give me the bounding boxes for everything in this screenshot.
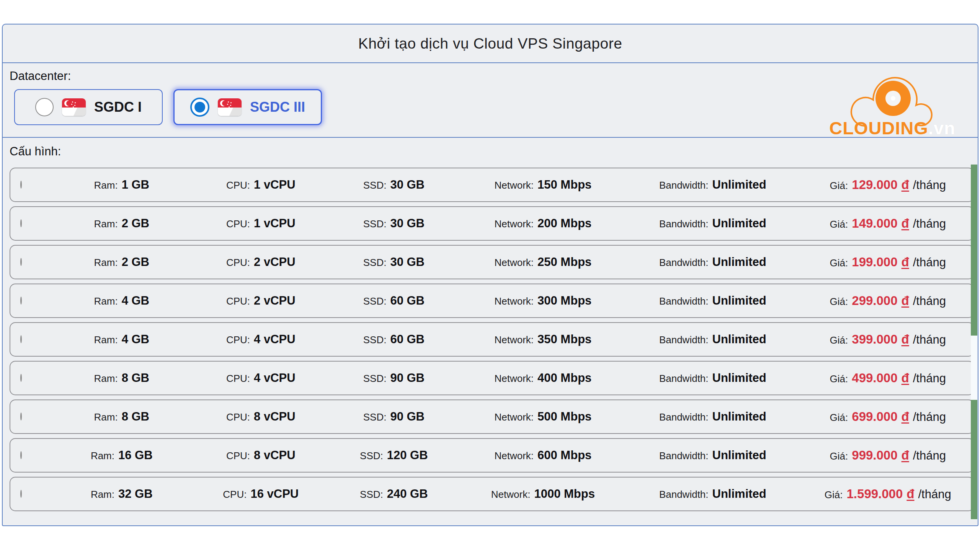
plan-ssd: SSD:60 GB — [325, 333, 463, 346]
plan-cpu: CPU:1 vCPU — [197, 217, 325, 230]
plan-network: Network:1000 Mbps — [463, 487, 623, 501]
radio-unselected-icon[interactable] — [20, 181, 22, 189]
plan-ssd: SSD:30 GB — [325, 178, 463, 192]
plan-price: Giá: 1.599.000 đ /tháng — [802, 487, 973, 501]
radio-unselected-icon[interactable] — [20, 374, 22, 382]
plan-cpu: CPU:4 vCPU — [197, 371, 325, 385]
plan-ram: Ram:1 GB — [47, 178, 197, 192]
plan-radio-cell — [10, 491, 47, 497]
plan-price: Giá: 149.000 đ /tháng — [802, 216, 973, 231]
datacenter-option-sgdc1[interactable]: SGDC I — [14, 89, 163, 125]
plan-bandwidth: Bandwidth:Unlimited — [623, 371, 802, 385]
plan-row[interactable]: Ram:1 GB CPU:1 vCPU SSD:30 GB Network:15… — [10, 168, 974, 202]
radio-unselected-icon[interactable] — [20, 219, 22, 227]
plan-radio-cell — [10, 413, 47, 420]
datacenter-option-label: SGDC III — [250, 99, 305, 115]
plan-cpu: CPU:8 vCPU — [197, 448, 325, 462]
plan-ssd: SSD:90 GB — [325, 371, 463, 385]
plan-row[interactable]: Ram:16 GB CPU:8 vCPU SSD:120 GB Network:… — [10, 438, 974, 473]
plan-bandwidth: Bandwidth:Unlimited — [623, 448, 802, 462]
plan-radio-cell — [10, 375, 47, 381]
dong-currency-symbol: đ — [902, 216, 909, 231]
plan-price: Giá: 699.000 đ /tháng — [802, 409, 973, 424]
plan-row[interactable]: Ram:8 GB CPU:8 vCPU SSD:90 GB Network:50… — [10, 399, 974, 434]
datacenter-option-sgdc3[interactable]: SGDC III — [173, 89, 322, 125]
config-section: Cấu hình: Ram:1 GB CPU:1 vCPU SSD:30 GB … — [3, 138, 978, 511]
dong-currency-symbol: đ — [902, 371, 909, 385]
plan-radio-cell — [10, 220, 47, 227]
plan-network: Network:150 Mbps — [463, 178, 623, 192]
plan-price: Giá: 499.000 đ /tháng — [802, 371, 973, 385]
plan-network: Network:200 Mbps — [463, 217, 623, 230]
radio-unselected-icon[interactable] — [20, 297, 22, 305]
dong-currency-symbol: đ — [902, 409, 909, 424]
plan-bandwidth: Bandwidth:Unlimited — [623, 410, 802, 424]
plan-network: Network:350 Mbps — [463, 333, 623, 346]
plan-ram: Ram:8 GB — [47, 371, 197, 385]
plan-row[interactable]: Ram:8 GB CPU:4 vCPU SSD:90 GB Network:40… — [10, 361, 974, 395]
plan-ssd: SSD:30 GB — [325, 255, 463, 269]
plan-cpu: CPU:4 vCPU — [197, 333, 325, 346]
plan-row[interactable]: Ram:2 GB CPU:1 vCPU SSD:30 GB Network:20… — [10, 206, 974, 241]
plan-ram: Ram:4 GB — [47, 333, 197, 346]
plan-price: Giá: 199.000 đ /tháng — [802, 255, 973, 269]
singapore-flag-icon — [62, 98, 86, 116]
panel-header: Khởi tạo dịch vụ Cloud VPS Singapore — [3, 24, 978, 63]
plan-ram: Ram:2 GB — [47, 217, 197, 230]
plan-bandwidth: Bandwidth:Unlimited — [623, 178, 802, 192]
plan-radio-cell — [10, 181, 47, 188]
datacenter-label: Datacenter: — [10, 69, 970, 83]
plan-network: Network:300 Mbps — [463, 294, 623, 308]
plan-row[interactable]: Ram:4 GB CPU:4 vCPU SSD:60 GB Network:35… — [10, 322, 974, 357]
plan-ssd: SSD:90 GB — [325, 410, 463, 424]
plan-ram: Ram:2 GB — [47, 255, 197, 269]
plan-radio-cell — [10, 336, 47, 343]
plan-row[interactable]: Ram:4 GB CPU:2 vCPU SSD:60 GB Network:30… — [10, 284, 974, 318]
plan-price: Giá: 399.000 đ /tháng — [802, 332, 973, 347]
radio-unselected-icon[interactable] — [20, 490, 22, 498]
plan-cpu: CPU:2 vCPU — [197, 255, 325, 269]
scrollbar-thumb[interactable] — [971, 400, 977, 519]
plan-bandwidth: Bandwidth:Unlimited — [623, 333, 802, 346]
radio-unselected-icon[interactable] — [20, 335, 22, 343]
plan-network: Network:250 Mbps — [463, 255, 623, 269]
plan-price: Giá: 129.000 đ /tháng — [802, 178, 973, 192]
plan-bandwidth: Bandwidth:Unlimited — [623, 255, 802, 269]
scrollbar-thumb[interactable] — [971, 165, 977, 336]
plan-radio-cell — [10, 297, 47, 304]
plan-ram: Ram:8 GB — [47, 410, 197, 424]
plan-cpu: CPU:1 vCPU — [197, 178, 325, 192]
radio-selected-icon[interactable] — [190, 98, 209, 117]
plan-ram: Ram:32 GB — [47, 487, 197, 501]
datacenter-option-label: SGDC I — [94, 99, 142, 115]
radio-unselected-icon[interactable] — [20, 412, 22, 421]
dong-currency-symbol: đ — [902, 332, 909, 347]
plan-ssd: SSD:240 GB — [325, 487, 463, 501]
plan-price: Giá: 999.000 đ /tháng — [802, 448, 973, 463]
plan-network: Network:400 Mbps — [463, 371, 623, 385]
logo-wordmark: CLOUDING.vn — [829, 117, 956, 139]
plan-cpu: CPU:8 vCPU — [197, 410, 325, 424]
plan-list: Ram:1 GB CPU:1 vCPU SSD:30 GB Network:15… — [10, 168, 974, 511]
dong-currency-symbol: đ — [902, 448, 909, 463]
plan-row[interactable]: Ram:2 GB CPU:2 vCPU SSD:30 GB Network:25… — [10, 245, 974, 279]
singapore-flag-icon — [218, 98, 242, 116]
plan-cpu: CPU:16 vCPU — [197, 487, 325, 501]
plan-ram: Ram:16 GB — [47, 448, 197, 462]
dong-currency-symbol: đ — [902, 293, 909, 308]
plan-network: Network:600 Mbps — [463, 448, 623, 462]
plan-ram: Ram:4 GB — [47, 294, 197, 308]
plan-row[interactable]: Ram:32 GB CPU:16 vCPU SSD:240 GB Network… — [10, 477, 974, 511]
dong-currency-symbol: đ — [902, 178, 909, 192]
plan-bandwidth: Bandwidth:Unlimited — [623, 294, 802, 308]
plan-ssd: SSD:120 GB — [325, 448, 463, 462]
plan-ssd: SSD:60 GB — [325, 294, 463, 308]
datacenter-options: SGDC I SGDC III — [14, 89, 970, 125]
plan-network: Network:500 Mbps — [463, 410, 623, 424]
radio-unselected-icon[interactable] — [35, 98, 54, 116]
plan-cpu: CPU:2 vCPU — [197, 294, 325, 308]
radio-unselected-icon[interactable] — [20, 258, 22, 266]
datacenter-section: Datacenter: SGDC I SGDC III — [3, 63, 978, 138]
dong-currency-symbol: đ — [902, 255, 909, 269]
radio-unselected-icon[interactable] — [20, 451, 22, 459]
